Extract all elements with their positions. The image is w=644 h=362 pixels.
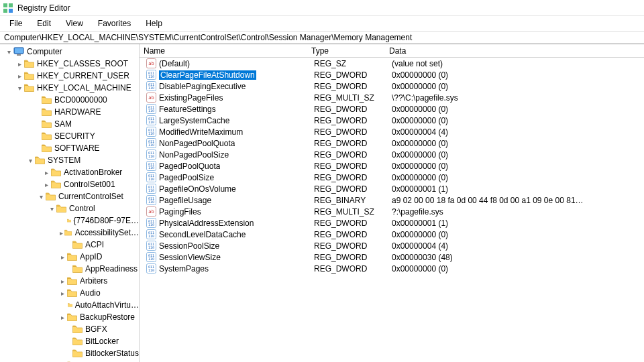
twisty-icon[interactable]: ▸ xyxy=(58,253,67,261)
tree-item[interactable]: ▸SECURITY xyxy=(0,130,139,142)
list-row[interactable]: PagedPoolSizeREG_DWORD0x00000000 (0) xyxy=(140,172,644,183)
tree-item[interactable]: ▸AutoAttachVirtu… xyxy=(0,299,139,311)
list-row[interactable]: SecondLevelDataCacheREG_DWORD0x00000000 … xyxy=(140,229,644,240)
list-row[interactable]: PagefileUsageREG_BINARYa9 02 00 00 18 fa… xyxy=(140,194,644,206)
tree-item[interactable]: ▾Computer xyxy=(0,46,139,58)
tree-view[interactable]: ▾Computer▸HKEY_CLASSES_ROOT▸HKEY_CURRENT… xyxy=(0,44,140,362)
binary-value-icon xyxy=(146,115,156,125)
value-data: 0x00000000 (0) xyxy=(388,264,644,274)
twisty-icon[interactable]: ▸ xyxy=(15,72,24,80)
menu-edit[interactable]: Edit xyxy=(30,17,58,29)
value-type: REG_DWORD xyxy=(310,139,388,148)
tree-item[interactable]: ▸ControlSet001 xyxy=(0,178,139,190)
tree-item[interactable]: ▸HKEY_CURRENT_USER xyxy=(0,70,139,82)
tree-item-label: BGFX xyxy=(85,324,107,334)
twisty-icon[interactable]: ▾ xyxy=(15,84,24,92)
tree-item[interactable]: ▸BGFX xyxy=(0,323,139,335)
menu-file[interactable]: File xyxy=(3,17,29,29)
tree-item[interactable]: ▸BitLocker xyxy=(0,335,139,347)
value-name: PhysicalAddressExtension xyxy=(159,219,254,228)
menu-favorites[interactable]: Favorites xyxy=(91,17,138,29)
twisty-icon: ▸ xyxy=(63,265,72,273)
tree-item[interactable]: ▸ActivationBroker xyxy=(0,166,139,178)
list-row[interactable]: ModifiedWriteMaximumREG_DWORD0x00000004 … xyxy=(140,126,644,137)
string-value-icon xyxy=(146,206,156,217)
tree-item[interactable]: ▸Arbiters xyxy=(0,275,139,287)
tree-item[interactable]: ▸SOFTWARE xyxy=(0,142,139,154)
list-header-name[interactable]: Name xyxy=(140,46,307,56)
tree-item[interactable]: ▸{7746D80F-97E… xyxy=(0,215,139,227)
list-row[interactable]: NonPagedPoolQuotaREG_DWORD0x00000000 (0) xyxy=(140,137,644,149)
list-header[interactable]: Name Type Data xyxy=(140,44,644,58)
tree-item[interactable]: ▸BCD00000000 xyxy=(0,94,139,106)
twisty-icon[interactable]: ▸ xyxy=(58,290,67,297)
list-row[interactable]: DisablePagingExecutiveREG_DWORD0x0000000… xyxy=(140,80,644,92)
list-header-type[interactable]: Type xyxy=(307,46,385,56)
binary-value-icon xyxy=(146,127,156,137)
twisty-icon[interactable]: ▸ xyxy=(42,181,51,188)
folder-icon xyxy=(67,253,77,261)
list-row[interactable]: SessionViewSizeREG_DWORD0x00000030 (48) xyxy=(140,251,644,263)
tree-item[interactable]: ▸AppID xyxy=(0,251,139,263)
folder-icon xyxy=(42,96,52,104)
folder-icon xyxy=(72,337,83,345)
tree-item[interactable]: ▸HARDWARE xyxy=(0,106,139,118)
list-row[interactable]: SystemPagesREG_DWORD0x00000000 (0) xyxy=(140,263,644,274)
menu-view[interactable]: View xyxy=(59,17,90,29)
menubar: FileEditViewFavoritesHelp xyxy=(0,16,644,31)
list-row[interactable]: PagedPoolQuotaREG_DWORD0x00000000 (0) xyxy=(140,160,644,172)
value-data: 0x00000000 (0) xyxy=(388,173,644,182)
tree-item[interactable]: ▸Audio xyxy=(0,287,139,299)
address-bar[interactable]: Computer\HKEY_LOCAL_MACHINE\SYSTEM\Curre… xyxy=(0,31,644,44)
twisty-icon[interactable]: ▾ xyxy=(47,205,56,213)
value-name: PagingFiles xyxy=(159,207,201,217)
list-row[interactable]: ExistingPageFilesREG_MULTI_SZ\??\C:\page… xyxy=(140,92,644,103)
folder-icon xyxy=(72,265,83,273)
list-row[interactable]: (Default)REG_SZ(value not set) xyxy=(140,58,644,69)
list-header-data[interactable]: Data xyxy=(385,46,644,56)
value-name: SystemPages xyxy=(159,264,209,274)
folder-icon xyxy=(64,229,72,237)
twisty-icon[interactable]: ▸ xyxy=(15,60,24,68)
list-view[interactable]: Name Type Data (Default)REG_SZ(value not… xyxy=(140,44,644,362)
value-data: 0x00000000 (0) xyxy=(388,105,644,114)
list-row[interactable]: ClearPageFileAtShutdownREG_DWORD0x000000… xyxy=(140,69,644,80)
twisty-icon[interactable]: ▸ xyxy=(42,169,51,176)
twisty-icon[interactable]: ▾ xyxy=(4,48,13,56)
tree-item[interactable]: ▸BackupRestore xyxy=(0,311,139,323)
tree-item[interactable]: ▸AccessibilitySet… xyxy=(0,227,139,239)
tree-item[interactable]: ▾HKEY_LOCAL_MACHINE xyxy=(0,82,139,94)
address-path: Computer\HKEY_LOCAL_MACHINE\SYSTEM\Curre… xyxy=(4,33,412,42)
tree-item[interactable]: ▸ACPI xyxy=(0,239,139,251)
twisty-icon[interactable]: ▸ xyxy=(58,278,67,285)
twisty-icon[interactable]: ▾ xyxy=(25,157,35,164)
tree-item[interactable]: ▸AppReadiness xyxy=(0,263,139,275)
tree-item-label: HARDWARE xyxy=(54,107,101,117)
value-type: REG_DWORD xyxy=(310,116,388,125)
tree-item[interactable]: ▾SYSTEM xyxy=(0,154,139,166)
list-row[interactable]: PhysicalAddressExtensionREG_DWORD0x00000… xyxy=(140,217,644,229)
list-row[interactable]: PagefileOnOsVolumeREG_DWORD0x00000001 (1… xyxy=(140,183,644,194)
value-data: a9 02 00 00 18 fa 0d 00 44 f8 0d 00 a1 0… xyxy=(388,196,644,205)
list-row[interactable]: PagingFilesREG_MULTI_SZ?:\pagefile.sys xyxy=(140,206,644,217)
list-row[interactable]: NonPagedPoolSizeREG_DWORD0x00000000 (0) xyxy=(140,149,644,160)
tree-item[interactable]: ▸Bluetooth xyxy=(0,359,139,362)
list-row[interactable]: LargeSystemCacheREG_DWORD0x00000000 (0) xyxy=(140,115,644,126)
twisty-icon[interactable]: ▸ xyxy=(58,229,64,237)
tree-item[interactable]: ▾Control xyxy=(0,202,139,215)
tree-item[interactable]: ▸HKEY_CLASSES_ROOT xyxy=(0,58,139,70)
list-row[interactable]: FeatureSettingsREG_DWORD0x00000000 (0) xyxy=(140,103,644,115)
tree-item-label: AutoAttachVirtu… xyxy=(75,300,139,310)
value-name: PagedPoolQuota xyxy=(159,162,220,171)
binary-value-icon xyxy=(146,138,156,148)
value-data: 0x00000000 (0) xyxy=(388,230,644,239)
tree-item[interactable]: ▸SAM xyxy=(0,118,139,130)
tree-item[interactable]: ▸BitlockerStatus xyxy=(0,347,139,359)
list-row[interactable]: SessionPoolSizeREG_DWORD0x00000004 (4) xyxy=(140,240,644,251)
value-type: REG_DWORD xyxy=(310,150,388,160)
twisty-icon[interactable]: ▾ xyxy=(36,193,46,200)
value-data: 0x00000000 (0) xyxy=(388,70,644,80)
menu-help[interactable]: Help xyxy=(139,17,169,29)
tree-item[interactable]: ▾CurrentControlSet xyxy=(0,190,139,202)
twisty-icon[interactable]: ▸ xyxy=(58,314,67,321)
